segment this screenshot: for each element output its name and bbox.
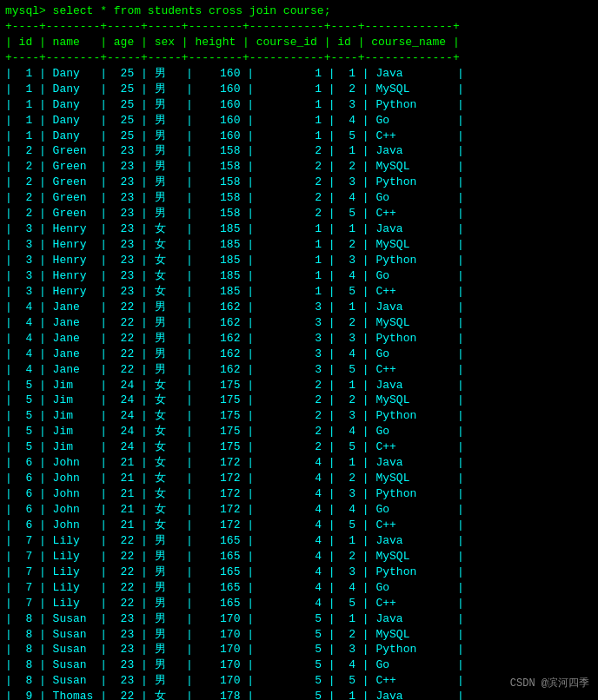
table-row: | 5 | Jim | 24 | 女 | 175 | 2 | 5 | C++ | bbox=[5, 439, 593, 455]
table-row: | 6 | John | 21 | 女 | 172 | 4 | 4 | Go | bbox=[5, 502, 593, 518]
table-row: | 6 | John | 21 | 女 | 172 | 4 | 2 | MySQ… bbox=[5, 471, 593, 486]
table-row: | 3 | Henry | 23 | 女 | 185 | 1 | 1 | Jav… bbox=[5, 221, 593, 237]
table-row: | 6 | John | 21 | 女 | 172 | 4 | 1 | Java… bbox=[5, 455, 593, 471]
table-row: | 8 | Susan | 23 | 男 | 170 | 5 | 1 | Jav… bbox=[5, 611, 593, 627]
divider-top: +----+--------+-----+-----+--------+----… bbox=[5, 19, 593, 35]
table-row: | 1 | Dany | 25 | 男 | 160 | 1 | 1 | Java… bbox=[5, 66, 593, 82]
table-row: | 1 | Dany | 25 | 男 | 160 | 1 | 2 | MySQ… bbox=[5, 82, 593, 97]
table-row: | 2 | Green | 23 | 男 | 158 | 2 | 1 | Jav… bbox=[5, 143, 593, 159]
table-row: | 3 | Henry | 23 | 女 | 185 | 1 | 3 | Pyt… bbox=[5, 253, 593, 268]
table-row: | 7 | Lily | 22 | 男 | 165 | 4 | 4 | Go | bbox=[5, 580, 593, 596]
table-row: | 3 | Henry | 23 | 女 | 185 | 1 | 5 | C++… bbox=[5, 284, 593, 300]
table-row: | 6 | John | 21 | 女 | 172 | 4 | 5 | C++ … bbox=[5, 518, 593, 533]
table-row: | 8 | Susan | 23 | 男 | 170 | 5 | 5 | C++… bbox=[5, 673, 593, 689]
table-body: | 1 | Dany | 25 | 男 | 160 | 1 | 1 | Java… bbox=[5, 66, 593, 700]
table-row: | 8 | Susan | 23 | 男 | 170 | 5 | 3 | Pyt… bbox=[5, 642, 593, 657]
table-row: | 5 | Jim | 24 | 女 | 175 | 2 | 3 | Pytho… bbox=[5, 408, 593, 424]
table-row: | 1 | Dany | 25 | 男 | 160 | 1 | 5 | C++ … bbox=[5, 129, 593, 144]
table-row: | 5 | Jim | 24 | 女 | 175 | 2 | 1 | Java … bbox=[5, 378, 593, 393]
table-row: | 3 | Henry | 23 | 女 | 185 | 1 | 4 | Go … bbox=[5, 268, 593, 284]
table-row: | 7 | Lily | 22 | 男 | 165 | 4 | 2 | MySQ… bbox=[5, 549, 593, 565]
table-row: | 4 | Jane | 22 | 男 | 162 | 3 | 3 | Pyth… bbox=[5, 331, 593, 347]
table-row: | 4 | Jane | 22 | 男 | 162 | 3 | 2 | MySQ… bbox=[5, 315, 593, 331]
divider-mid: +----+--------+-----+-----+--------+----… bbox=[5, 50, 593, 66]
table-row: | 2 | Green | 23 | 男 | 158 | 2 | 5 | C++… bbox=[5, 206, 593, 221]
table-row: | 7 | Lily | 22 | 男 | 165 | 4 | 3 | Pyth… bbox=[5, 565, 593, 580]
table-row: | 5 | Jim | 24 | 女 | 175 | 2 | 4 | Go | bbox=[5, 424, 593, 439]
table-row: | 9 | Thomas | 22 | 女 | 178 | 5 | 1 | Ja… bbox=[5, 689, 593, 700]
table-row: | 1 | Dany | 25 | 男 | 160 | 1 | 3 | Pyth… bbox=[5, 97, 593, 113]
prompt-line: mysql> select * from students cross join… bbox=[5, 3, 593, 19]
table-row: | 4 | Jane | 22 | 男 | 162 | 3 | 1 | Java… bbox=[5, 300, 593, 315]
header-row: | id | name | age | sex | height | cours… bbox=[5, 35, 593, 50]
table-row: | 3 | Henry | 23 | 女 | 185 | 1 | 2 | MyS… bbox=[5, 237, 593, 253]
table-row: | 1 | Dany | 25 | 男 | 160 | 1 | 4 | Go | bbox=[5, 113, 593, 129]
table-row: | 2 | Green | 23 | 男 | 158 | 2 | 2 | MyS… bbox=[5, 159, 593, 175]
table-row: | 7 | Lily | 22 | 男 | 165 | 4 | 1 | Java… bbox=[5, 533, 593, 549]
table-row: | 4 | Jane | 22 | 男 | 162 | 3 | 4 | Go | bbox=[5, 347, 593, 362]
table-row: | 7 | Lily | 22 | 男 | 165 | 4 | 5 | C++ … bbox=[5, 596, 593, 611]
watermark: CSDN @滨河四季 bbox=[510, 677, 589, 691]
table-row: | 4 | Jane | 22 | 男 | 162 | 3 | 5 | C++ … bbox=[5, 362, 593, 378]
table-row: | 6 | John | 21 | 女 | 172 | 4 | 3 | Pyth… bbox=[5, 486, 593, 502]
terminal-window: mysql> select * from students cross join… bbox=[5, 3, 593, 700]
table-row: | 8 | Susan | 23 | 男 | 170 | 5 | 2 | MyS… bbox=[5, 627, 593, 643]
table-row: | 8 | Susan | 23 | 男 | 170 | 5 | 4 | Go … bbox=[5, 657, 593, 673]
table-row: | 2 | Green | 23 | 男 | 158 | 2 | 4 | Go … bbox=[5, 190, 593, 206]
table-row: | 2 | Green | 23 | 男 | 158 | 2 | 3 | Pyt… bbox=[5, 175, 593, 190]
table-row: | 5 | Jim | 24 | 女 | 175 | 2 | 2 | MySQL… bbox=[5, 393, 593, 408]
